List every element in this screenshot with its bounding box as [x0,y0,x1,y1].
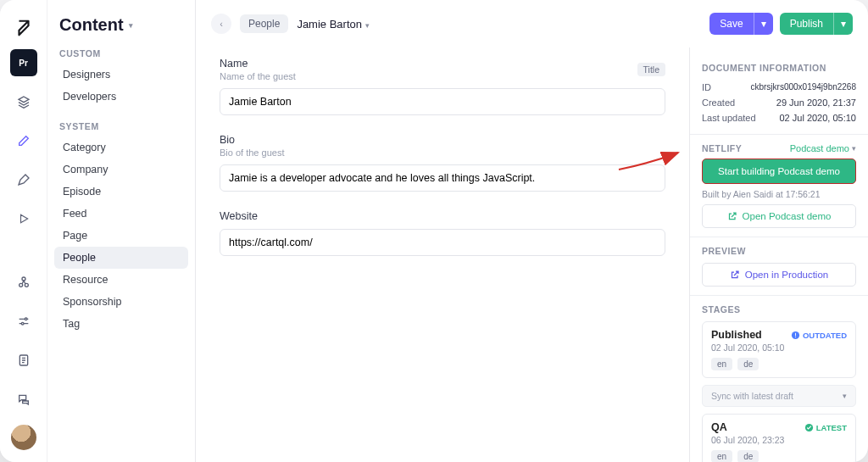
page-title[interactable]: Content▾ [54,15,188,35]
back-button[interactable]: ‹ [211,14,231,34]
field-label-bio: Bio [220,134,665,146]
field-label-website: Website [220,210,665,222]
sidebar-item-category[interactable]: Category [54,136,188,159]
sidebar-item-developers[interactable]: Developers [54,86,188,108]
sidebar-item-people[interactable]: People [54,247,188,269]
chevron-down-icon[interactable]: ▾ [754,13,773,35]
edit-icon[interactable] [10,127,37,154]
save-button[interactable]: Save▾ [709,13,772,35]
sidebar-item-page[interactable]: Page [54,225,188,247]
docinfo-title: DOCUMENT INFORMATION [702,63,856,73]
svg-rect-8 [795,337,796,337]
breadcrumb-parent[interactable]: People [240,14,288,33]
pen-icon[interactable] [10,166,37,193]
preview-title: PREVIEW [702,246,856,256]
field-tag-title: Title [637,63,665,76]
pr-tile-icon[interactable]: Pr [10,49,37,76]
breadcrumb-title: Jamie Barton ▾ [297,18,369,31]
field-hint-bio: Bio of the guest [220,148,665,158]
properties-panel: DOCUMENT INFORMATION IDckbrsjkrs000x0194… [690,47,868,462]
field-label-name: Name [220,58,296,70]
chevron-down-icon[interactable]: ▾ [833,13,853,35]
sliders-icon[interactable] [10,308,37,335]
sidebar-item-feed[interactable]: Feed [54,203,188,225]
sync-draft-row[interactable]: Sync with latest draft▾ [702,385,856,407]
chat-icon[interactable] [10,386,37,413]
webhooks-icon[interactable] [10,269,37,296]
publish-button[interactable]: Publish▾ [780,13,853,35]
lang-chip[interactable]: de [737,450,759,462]
sidebar-item-sponsorship[interactable]: Sponsorship [54,291,188,313]
sidebar: Content▾ CUSTOM Designers Developers SYS… [47,0,196,462]
sidebar-item-resource[interactable]: Resource [54,269,188,291]
chevron-down-icon[interactable]: ▾ [365,21,370,30]
lang-chip[interactable]: en [711,450,732,462]
sidebar-section-custom: CUSTOM [54,35,188,64]
built-by-text: Built by Aien Saidi at 17:56:21 [702,189,856,199]
svg-point-4 [21,322,24,325]
stage-published: Published OUTDATED 02 Jul 2020, 05:10 en… [702,321,856,378]
avatar[interactable] [11,425,36,450]
chevron-down-icon: ▾ [129,21,133,30]
stage-qa: QA LATEST 06 Jul 2020, 23:23 en de [702,414,856,462]
status-badge-latest: LATEST [804,423,847,432]
sidebar-item-episode[interactable]: Episode [54,181,188,203]
lang-chip[interactable]: en [711,358,732,370]
play-icon[interactable] [10,205,37,232]
status-badge-outdated: OUTDATED [791,331,847,340]
sidebar-item-designers[interactable]: Designers [54,64,188,86]
svg-point-3 [25,318,27,320]
netlify-site-select[interactable]: Podcast demo ▾ [790,143,856,153]
sidebar-section-system: SYSTEM [54,108,188,136]
start-build-button[interactable]: Start building Podcast demo [702,159,856,184]
layers-icon[interactable] [10,88,37,115]
icon-rail: Pr [0,0,47,462]
sidebar-item-company[interactable]: Company [54,159,188,181]
doc-icon[interactable] [10,347,37,374]
svg-rect-7 [795,332,796,336]
lang-chip[interactable]: de [737,358,759,370]
netlify-title: NETLIFY [702,143,742,153]
website-input[interactable] [220,229,665,256]
form-area: Name Name of the guest Title Bio Bio of … [196,47,690,462]
field-hint-name: Name of the guest [220,71,296,81]
stages-title: STAGES [702,304,856,314]
logo-icon [14,19,33,37]
name-input[interactable] [220,88,665,115]
breadcrumb: ‹ People Jamie Barton ▾ [211,14,370,34]
topbar: ‹ People Jamie Barton ▾ Save▾ Publish▾ [196,0,868,47]
open-production-button[interactable]: Open in Production [702,263,856,287]
open-podcast-button[interactable]: Open Podcast demo [702,204,856,228]
sidebar-item-tag[interactable]: Tag [54,313,188,335]
bio-input[interactable] [220,164,665,192]
